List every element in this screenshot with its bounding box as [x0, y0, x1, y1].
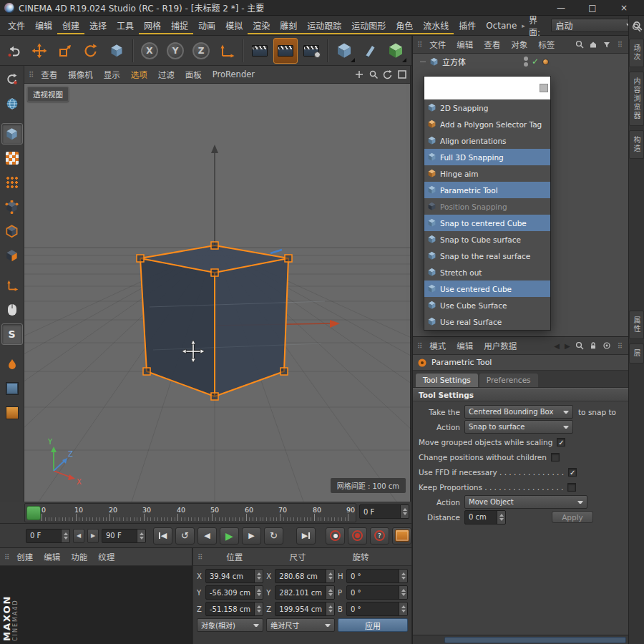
move-tool-button[interactable] — [27, 38, 52, 64]
snap-enable-button[interactable]: S — [1, 323, 23, 345]
am-menu-edit[interactable]: 编辑 — [452, 338, 478, 353]
rot-p-field[interactable]: 0 ° — [346, 585, 408, 600]
menu-motion-tracker[interactable]: 运动跟踪 — [302, 16, 346, 34]
stepper[interactable] — [497, 511, 505, 524]
move-grouped-checkbox[interactable]: ✓ — [557, 438, 565, 447]
section-header[interactable]: Tool Settings — [413, 388, 628, 401]
target-icon[interactable] — [602, 341, 611, 350]
stepper[interactable] — [400, 505, 409, 518]
menu-snap[interactable]: 捕捉 — [166, 16, 193, 34]
popup-item[interactable]: Align orientations — [424, 132, 550, 149]
menubar-search-icon[interactable] — [633, 21, 643, 31]
rotate-view-icon[interactable] — [383, 69, 393, 79]
viewport-canvas[interactable]: Y X Z — [24, 84, 411, 502]
popup-item[interactable]: Snap to Cube surface — [424, 231, 550, 248]
menu-sculpt[interactable]: 雕刻 — [275, 16, 302, 34]
texture-mode-button[interactable] — [1, 147, 23, 169]
mat-menu-function[interactable]: 功能 — [66, 550, 92, 564]
render-picture-viewer-button[interactable] — [273, 38, 298, 64]
rot-b-field[interactable]: 0 ° — [346, 602, 408, 616]
vp-menu-filter[interactable]: 过滤 — [153, 67, 180, 82]
panel-grip[interactable]: ⠿ — [3, 553, 11, 561]
next-key-button[interactable]: ▶ — [87, 529, 99, 543]
zoom-view-icon[interactable] — [369, 69, 379, 79]
y-axis-arrow-icon[interactable] — [211, 145, 218, 153]
pos-z-field[interactable]: -51.158 cm — [205, 602, 263, 616]
rail-tab-takes[interactable]: 场次 — [629, 39, 644, 67]
distance-field[interactable]: 0 cm — [464, 510, 506, 525]
search-icon[interactable] — [575, 341, 584, 350]
stepper[interactable] — [326, 602, 334, 615]
keyframe-selection-button[interactable]: ? — [370, 527, 389, 545]
history-forward-icon[interactable]: ▶ — [565, 342, 570, 350]
popup-item[interactable]: 2D Snapping — [424, 99, 550, 116]
size-y-field[interactable]: 282.101 cm — [275, 585, 335, 600]
world-coordinate-button[interactable] — [1, 93, 23, 114]
size-mode-dropdown[interactable]: 绝对尺寸 — [266, 618, 335, 632]
om-menu-view[interactable]: 查看 — [479, 37, 505, 52]
vp-menu-display[interactable]: 显示 — [99, 67, 125, 82]
panel-list-icon[interactable]: ⠿ — [616, 41, 624, 49]
scale-tool-button[interactable] — [53, 38, 77, 64]
om-menu-file[interactable]: 文件 — [424, 37, 451, 52]
move-object-dropdown[interactable]: Move Object — [464, 495, 587, 509]
snap-action-dropdown[interactable]: Snap to surface — [464, 420, 573, 434]
popup-item[interactable]: Snap to the real surface — [424, 248, 550, 264]
timeline-window-button[interactable] — [392, 527, 411, 545]
object-name[interactable]: 立方体 — [442, 56, 466, 67]
menu-mograph[interactable]: 运动图形 — [346, 16, 391, 34]
vp-menu-panel[interactable]: 面板 — [180, 67, 207, 82]
prev-key-button[interactable]: ◀ — [73, 529, 84, 543]
popup-item[interactable]: Use real Surface — [424, 313, 550, 330]
next-frame-button[interactable]: ▶ — [242, 527, 261, 545]
panel-list-icon[interactable]: ⠿ — [616, 342, 624, 350]
maximize-view-icon[interactable] — [397, 69, 407, 79]
timeline-ruler[interactable]: 0 10 20 30 40 50 60 70 80 90 — [24, 503, 356, 522]
workplane-mode-button[interactable] — [1, 172, 23, 193]
coordinates-apply-button[interactable]: 应用 — [338, 618, 408, 632]
am-menu-userdata[interactable]: 用户数据 — [479, 338, 522, 353]
visibility-dots-icon[interactable] — [524, 57, 528, 67]
y-axis-lock-button[interactable]: Y — [163, 38, 187, 64]
axis-mode-button[interactable] — [1, 275, 23, 296]
panel-grip[interactable]: ⠿ — [27, 71, 35, 79]
om-menu-tags[interactable]: 标签 — [533, 37, 560, 52]
x-axis-arrow-icon[interactable] — [330, 320, 340, 328]
goto-start-button[interactable]: ◀ — [153, 527, 172, 545]
point-mode-button[interactable] — [1, 196, 23, 218]
rail-tab-layers[interactable]: 层 — [629, 343, 644, 364]
rail-tab-content-browser[interactable]: 内容浏览器 — [629, 72, 644, 126]
start-frame-field[interactable]: 0 F — [26, 529, 70, 543]
last-tool-cube-button[interactable] — [104, 38, 129, 64]
pos-x-field[interactable]: 39.94 cm — [205, 569, 263, 583]
panel-grip[interactable]: ⠿ — [416, 41, 424, 49]
stepper[interactable] — [254, 570, 263, 582]
popup-item-selected[interactable]: Snap to centered Cube — [424, 215, 550, 231]
prev-frame-button[interactable]: ◀ — [197, 527, 217, 545]
history-back-icon[interactable]: ◀ — [554, 342, 560, 350]
vp-menu-options[interactable]: 选项 — [126, 67, 152, 82]
current-frame-field[interactable]: 0 F — [359, 504, 409, 519]
popup-item-selected[interactable]: Parametric Tool — [424, 182, 550, 198]
tile-pattern-button[interactable] — [1, 378, 23, 399]
timeline-slider[interactable] — [26, 506, 41, 520]
panel-grip[interactable]: ⠿ — [196, 553, 204, 561]
generator-button[interactable] — [384, 38, 408, 64]
camera-view-label[interactable]: 透视视图 — [27, 87, 69, 102]
popup-item[interactable]: Use Cube Surface — [424, 297, 550, 313]
lock-icon[interactable] — [589, 341, 597, 350]
mat-menu-create[interactable]: 创建 — [11, 550, 38, 564]
stepper[interactable] — [326, 586, 334, 599]
menu-render[interactable]: 渲染 — [248, 16, 275, 34]
menu-mesh[interactable]: 网格 — [139, 16, 166, 34]
popup-resize-handle[interactable] — [540, 84, 548, 92]
loop-button[interactable]: ↻ — [264, 527, 283, 545]
phong-tag-icon[interactable] — [542, 59, 549, 65]
pos-y-field[interactable]: -56.309 cm — [205, 585, 263, 600]
popup-item[interactable]: Stretch out — [424, 264, 550, 280]
om-menu-objects[interactable]: 对象 — [506, 37, 532, 52]
paint-button[interactable] — [1, 353, 23, 375]
stepper[interactable] — [326, 570, 334, 582]
goto-end-button[interactable]: ▶ — [296, 527, 316, 545]
search-icon[interactable] — [575, 40, 584, 49]
